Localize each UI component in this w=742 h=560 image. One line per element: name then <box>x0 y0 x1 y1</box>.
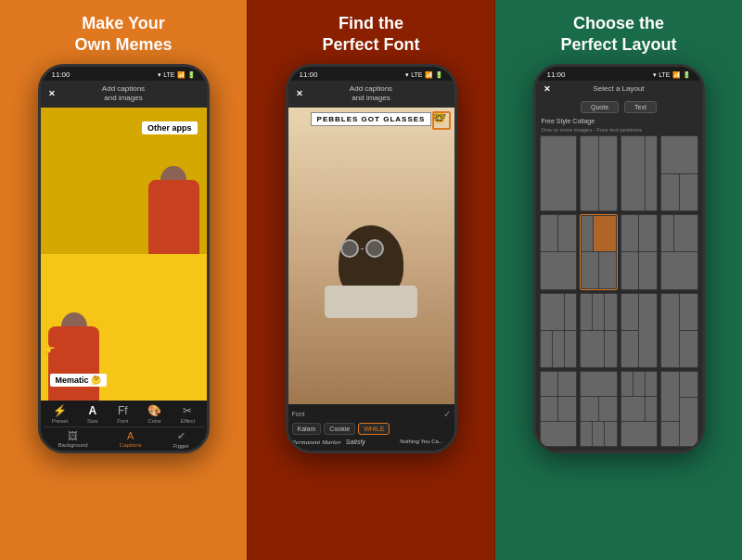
panel-3-title: Choose the Perfect Layout <box>542 0 695 64</box>
preset-icon: ⚡ <box>53 404 67 417</box>
tool-effect[interactable]: ✂ Effect <box>181 404 195 424</box>
panel-make-memes: Make Your Own Memes 11:00 ▾ LTE 📶 🔋 ✕ Ad… <box>0 0 247 560</box>
meme-image-area: PEBBLES GOT GLASSES 🤓 <box>288 108 454 404</box>
layout-cell-12[interactable] <box>540 371 578 447</box>
drake-body-bottom <box>48 326 99 401</box>
panel-2-title: Find the Perfect Font <box>303 0 438 64</box>
glass-left <box>340 239 359 258</box>
layout-cell-9[interactable] <box>580 293 618 369</box>
phone-mockup-3: 11:00 ▾ LTE 📶 🔋 ✕ Select a Layout Quote … <box>533 64 705 453</box>
panel-choose-layout: Choose the Perfect Layout 11:00 ▾ LTE 📶 … <box>495 0 742 560</box>
top-bar-title-1: Add captions and images <box>102 84 145 104</box>
mematic-label: Mematic 🤔 <box>50 374 108 387</box>
top-bar-3: ✕ Select a Layout <box>536 81 702 97</box>
other-apps-label: Other apps <box>142 121 198 134</box>
layout-cell-13[interactable] <box>580 371 618 447</box>
meme-bottom: 👉 Mematic 🤔 <box>41 254 207 401</box>
status-icons-2: ▾ LTE 📶 🔋 <box>405 71 442 79</box>
tool-font[interactable]: Ff Font <box>117 404 128 424</box>
pug-background: PEBBLES GOT GLASSES 🤓 <box>288 108 454 404</box>
layout-cell-14[interactable] <box>620 371 659 447</box>
font-name-satisfy: Satisfy <box>346 439 396 446</box>
font-options: Kalam Cookie WHILE <box>292 421 451 437</box>
font-toolbar: Font ✓ Kalam Cookie WHILE Permanent Mark… <box>288 404 454 451</box>
layout-cell-7[interactable] <box>660 214 698 290</box>
panel-find-font: Find the Perfect Font 11:00 ▾ LTE 📶 🔋 ✕ … <box>247 0 495 560</box>
toolbar-top-1: ⚡ Preset A Size Ff Font 🎨 Color ✂ Eff <box>43 404 205 426</box>
layout-cell-2[interactable] <box>620 135 659 211</box>
layout-grid <box>540 135 698 447</box>
layout-cell-6[interactable] <box>620 214 659 290</box>
status-bar-1: 11:00 ▾ LTE 📶 🔋 <box>41 67 207 81</box>
panel-1-title: Make Your Own Memes <box>56 0 190 64</box>
layout-cell-11[interactable] <box>660 293 698 369</box>
pug-face <box>329 216 413 318</box>
tool-color[interactable]: 🎨 Color <box>147 404 161 424</box>
pug-scarf <box>325 286 417 318</box>
layout-cell-4[interactable] <box>540 214 578 290</box>
status-bar-2: 11:00 ▾ LTE 📶 🔋 <box>288 67 454 81</box>
time-1: 11:00 <box>52 70 70 79</box>
color-icon: 🎨 <box>147 404 161 417</box>
pug-glasses <box>340 239 384 258</box>
tool-size[interactable]: A Size <box>87 404 98 424</box>
check-mark[interactable]: ✓ <box>443 409 451 419</box>
font-option-cookie[interactable]: Cookie <box>324 423 355 435</box>
layout-chip-quote[interactable]: Quote <box>581 101 619 113</box>
tool-preset[interactable]: ⚡ Preset <box>52 404 68 424</box>
close-btn-1[interactable]: ✕ <box>48 89 56 98</box>
time-3: 11:00 <box>547 70 566 79</box>
phone-mockup-2: 11:00 ▾ LTE 📶 🔋 ✕ Add captions and image… <box>286 64 457 453</box>
drake-body-top <box>148 180 199 254</box>
font-row-header: Font ✓ <box>292 407 451 421</box>
status-icons-1: ▾ LTE 📶 🔋 <box>158 71 195 79</box>
meme-top: Other apps <box>41 108 207 254</box>
tab-figget[interactable]: ✔ Figget <box>173 430 189 449</box>
layout-cell-3[interactable] <box>660 135 698 211</box>
phone-screen-1: Other apps 👉 Mematic 🤔 <box>41 108 207 401</box>
top-bar-title-3: Select a Layout <box>593 84 644 94</box>
phone-mockup-1: 11:00 ▾ LTE 📶 🔋 ✕ Add captions and image… <box>38 64 210 453</box>
layout-chip-bar: Quote Text <box>540 101 698 113</box>
glass-bridge <box>361 248 364 249</box>
layout-cell-1[interactable] <box>580 135 618 211</box>
status-icons-3: ▾ LTE 📶 🔋 <box>653 71 690 79</box>
point-emoji: 👉 <box>44 344 55 354</box>
font-option-kalam[interactable]: Kalam <box>292 423 322 435</box>
font-name-nothing: Nothing You Ca... <box>400 439 450 446</box>
top-bar-1: ✕ Add captions and images <box>41 81 207 108</box>
font-names: Permanent Marker Satisfy Nothing You Ca.… <box>292 437 451 448</box>
pug-container <box>288 131 454 404</box>
close-btn-2[interactable]: ✕ <box>296 89 303 98</box>
font-icon: Ff <box>118 404 128 417</box>
layout-screen: Quote Text Free Style Collage One or mor… <box>536 97 702 451</box>
orange-border-indicator <box>432 111 451 130</box>
freestyle-label: Free Style Collage <box>540 118 698 124</box>
layout-cell-0[interactable] <box>540 135 578 211</box>
glass-right <box>365 239 384 258</box>
layout-cell-8[interactable] <box>540 293 578 369</box>
freestyle-sub: One or more images · Free text positions <box>540 127 698 133</box>
effect-icon: ✂ <box>183 404 192 417</box>
layout-chip-text[interactable]: Text <box>624 101 657 113</box>
layout-cell-10[interactable] <box>620 293 659 369</box>
toolbar-bottom-1: 🖼 Background A Captions ✔ Figget <box>43 426 205 449</box>
layout-cell-5-active[interactable] <box>580 214 618 290</box>
font-option-while[interactable]: WHILE <box>358 423 390 435</box>
status-bar-3: 11:00 ▾ LTE 📶 🔋 <box>536 67 702 81</box>
size-icon: A <box>88 404 96 417</box>
top-bar-2: ✕ Add captions and images <box>288 81 454 108</box>
close-btn-3[interactable]: ✕ <box>544 84 551 94</box>
time-2: 11:00 <box>300 70 318 79</box>
layout-cell-15[interactable] <box>660 371 698 447</box>
toolbar-1: ⚡ Preset A Size Ff Font 🎨 Color ✂ Eff <box>41 401 207 451</box>
font-name-permanent: Permanent Marker <box>292 439 342 446</box>
phone-screen-2: PEBBLES GOT GLASSES 🤓 <box>288 108 454 404</box>
tab-background[interactable]: 🖼 Background <box>58 430 88 449</box>
top-bar-title-2: Add captions and images <box>350 84 392 104</box>
tab-captions[interactable]: A Captions <box>120 430 142 449</box>
meme-text-top: PEBBLES GOT GLASSES 🤓 <box>311 112 432 126</box>
font-label: Font <box>292 411 305 417</box>
